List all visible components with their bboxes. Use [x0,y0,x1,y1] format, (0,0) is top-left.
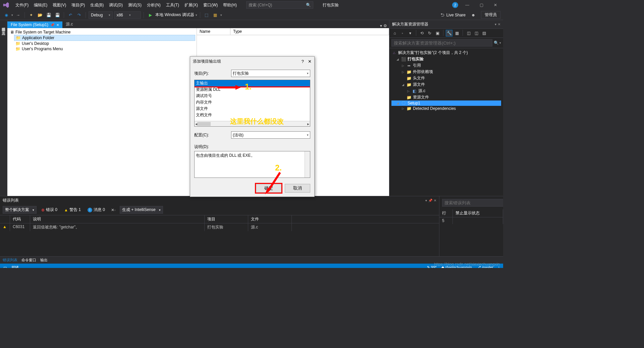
panel-pin-icon[interactable]: 📌 [428,199,432,202]
col-line[interactable]: 行 [439,209,453,217]
forward-icon[interactable]: ▾ [407,30,414,37]
window-close-icon[interactable]: ✕ [490,2,500,8]
panel-dropdown-icon[interactable]: ▾ [425,199,427,202]
save-all-icon[interactable]: 💾 [54,11,61,19]
col-file[interactable]: 文件 [248,215,292,223]
tool-icon-1[interactable]: ⬚ [203,11,210,19]
resources-node[interactable]: 📁资源文件 [391,94,501,100]
filter-icon[interactable]: ◫ [465,30,472,37]
error-row[interactable]: ▲ C6031 返回值被忽略: "getchar"。 打包实验 源.c [0,223,439,231]
menu-extensions[interactable]: 扩展(X) [182,1,201,9]
detected-deps-node[interactable]: ▷📁Detected Dependencies [391,106,501,111]
error-code[interactable]: C6031 [10,223,30,231]
sources-node[interactable]: ◢📁源文件 [391,81,501,88]
col-suppress[interactable]: 禁止显示状态 [453,209,503,217]
menu-analyze[interactable]: 分析(N) [144,1,163,9]
collapse-icon[interactable]: ▣ [434,30,441,37]
solution-search-input[interactable] [391,39,492,47]
nav-forward-icon[interactable]: → [14,11,22,19]
panel-dropdown-icon[interactable]: ▾ [495,22,496,26]
nav-back-icon[interactable]: ◉ [3,11,10,19]
fs-user-programs[interactable]: 📁 User's Programs Menu [14,46,195,52]
config-select[interactable]: (活动) [231,131,310,139]
undo-icon[interactable]: ↶ [67,11,74,19]
menu-edit[interactable]: 编辑(E) [31,1,50,9]
tab-filesystem[interactable]: File System (Setup1) 📌 ✕ [7,21,62,28]
back-icon[interactable]: ◦ [399,30,406,37]
list-item[interactable]: 内容文件 [195,99,310,106]
tab-settings-icon[interactable]: ⚙ [383,23,387,28]
tool-icon-2[interactable]: ▦ [212,11,219,19]
panel-close-icon[interactable]: ✕ [434,199,436,202]
panel-close-icon[interactable]: ✕ [498,22,500,26]
col-project[interactable]: 项目 [205,215,248,223]
close-tab-icon[interactable]: ✕ [56,23,59,27]
ok-button[interactable]: 确定 [256,184,281,193]
sync-icon[interactable]: ⟲ [419,30,425,37]
col-code[interactable]: 代码 [10,215,30,223]
warnings-filter[interactable]: ▲警告 1 [62,206,83,213]
col-icon[interactable] [0,215,10,223]
show-all-icon[interactable]: ▦ [453,30,460,37]
menu-help[interactable]: 帮助(H) [220,1,239,9]
live-share-button[interactable]: ⮌ Live Share [440,13,466,17]
server-explorer-tab[interactable]: 服务器资源管理器 [0,23,7,27]
messages-filter[interactable]: i消息 0 [86,206,107,213]
refs-node[interactable]: ▷▪▪引用 [391,62,501,69]
tab-source[interactable]: 源.c [62,20,76,28]
new-project-icon[interactable]: ✦ [28,11,35,19]
dialog-close-icon[interactable]: ✕ [308,59,312,64]
col-type[interactable]: Type [230,28,389,35]
menu-test[interactable]: 测试(S) [125,1,144,9]
fs-user-desktop[interactable]: 📁 User's Desktop [14,41,195,46]
project-setup1[interactable]: ◢🖵Setup1 [391,100,501,106]
col-name[interactable]: Name [197,28,230,35]
tab-dropdown-icon[interactable]: ▾ [380,23,382,28]
source-file-c[interactable]: ▷◧源.c [391,88,501,94]
list-scrollbar[interactable]: ◂▸ [195,121,310,126]
platform-combo[interactable]: x86 [114,11,141,19]
build-filter-combo[interactable]: 生成 + IntelliSense [120,206,163,214]
menu-window[interactable]: 窗口(W) [201,1,220,9]
view-icon[interactable]: ▤ [481,30,487,37]
config-combo[interactable]: Debug [89,11,113,19]
properties-icon[interactable]: 🔧 [446,30,452,37]
debug-target-label[interactable]: 本地 Windows 调试器 [155,12,194,18]
notification-badge[interactable]: 2 [452,2,458,8]
open-icon[interactable]: 📂 [36,11,44,19]
desc-textarea[interactable]: 包含由项目生成的 DLL 或 EXE。 [194,151,310,178]
redo-icon[interactable]: ↷ [75,11,83,19]
filesystem-tree[interactable]: 🖥 File System on Target Machine 📁 Applic… [7,28,197,196]
menu-file[interactable]: 文件(F) [13,1,31,9]
toolbox-tab[interactable]: 工具箱 [0,27,7,31]
quick-search-input[interactable]: 搜索 (Ctrl+Q) 🔍 [246,1,313,9]
start-debug-icon[interactable]: ▶ [147,11,154,19]
solution-tree[interactable]: ⛬解决方案"打包实验"(2 个项目，共 2 个) ◢⬛打包实验 ▷▪▪引用 ▷📁… [389,48,503,113]
experiment-button[interactable]: 打包实验 [320,1,341,9]
filter-clear-icon[interactable]: ✕₇ [110,206,117,214]
solution-root[interactable]: ⛬解决方案"打包实验"(2 个项目，共 2 个) [391,50,501,56]
headers-node[interactable]: 📁头文件 [391,75,501,81]
tab-error-list[interactable]: 错误列表 [3,258,17,263]
project-select[interactable]: 打包实验 [231,70,310,77]
tab-command-window[interactable]: 命令窗口 [21,258,36,263]
home-icon[interactable]: ⌂ [391,30,398,37]
save-icon[interactable]: 💾 [45,11,52,19]
fs-app-folder[interactable]: 📁 Application Folder [14,35,195,41]
menu-view[interactable]: 视图(V) [50,1,69,9]
cancel-button[interactable]: 取消 [285,184,310,193]
error-search-input[interactable] [442,199,503,207]
feedback-icon[interactable]: ☻ [470,11,477,19]
desc-scrollbar[interactable] [305,151,310,178]
window-minimize-icon[interactable]: — [462,2,472,8]
tab-output[interactable]: 输出 [40,258,48,263]
dialog-help-icon[interactable]: ? [302,59,304,64]
ext-deps-node[interactable]: ▷📁外部依赖项 [391,69,501,75]
col-desc[interactable]: 说明 [30,215,205,223]
menu-project[interactable]: 项目(P) [69,1,88,9]
menu-tools[interactable]: 工具(T) [163,1,182,9]
menu-build[interactable]: 生成(B) [88,1,106,9]
errors-filter[interactable]: ⊗错误 0 [39,206,59,213]
list-item[interactable]: 调试符号 [195,93,310,99]
refresh-icon[interactable]: ↻ [426,30,433,37]
